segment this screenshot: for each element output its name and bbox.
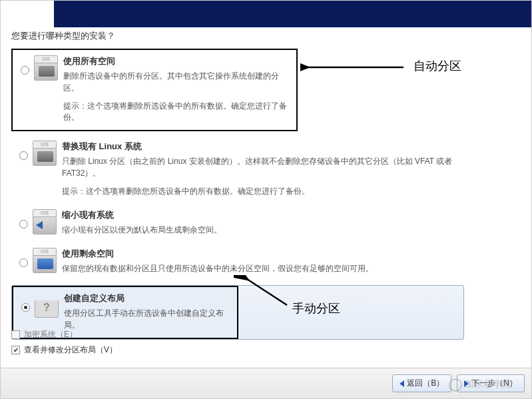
arrow-right-icon: [464, 380, 469, 387]
disk-icon: OS: [33, 141, 57, 167]
checkbox-icon[interactable]: ✔: [11, 346, 20, 354]
header-banner: [54, 1, 532, 27]
install-type-prompt: 您要进行哪种类型的安装？: [11, 30, 526, 42]
back-button-label: 返回（B）: [407, 378, 444, 389]
checkbox-icon[interactable]: [11, 330, 20, 339]
radio-shrink[interactable]: [19, 220, 28, 228]
disk-icon: OS: [33, 248, 57, 274]
arrow-auto-icon: [300, 59, 407, 79]
annotation-manual: 手动分区: [292, 300, 340, 316]
option-title: 缩小现有系统: [62, 209, 459, 221]
option-hint: 提示：这个选项将删除所选设备中的所有数据。确定您进行了备份。: [63, 101, 291, 123]
footer-bar: 返回（B） 下一步（N）: [1, 368, 531, 398]
option-shrink[interactable]: OS 缩小现有系统 缩小现有分区以便为默认布局生成剩余空间。: [11, 204, 464, 242]
option-desc: 只删除 Linux 分区（由之前的 Linux 安装创建的）。这样就不会删除您存…: [62, 155, 459, 179]
annotation-auto: 自动分区: [413, 58, 461, 74]
option-title: 使用所有空间: [63, 55, 291, 67]
checkbox-label: 加密系统（E）: [24, 329, 77, 340]
option-desc: 缩小现有分区以便为默认布局生成剩余空间。: [62, 224, 459, 236]
option-replace-linux[interactable]: OS 替换现有 Linux 系统 只删除 Linux 分区（由之前的 Linux…: [11, 135, 464, 204]
option-use-all-space[interactable]: OS 使用所有空间 删除所选设备中的所有分区。其中包含其它操作系统创建的分区。 …: [11, 49, 298, 131]
question-icon: [35, 292, 59, 319]
checkbox-label: 查看并修改分区布局（V）: [24, 344, 117, 356]
shrink-icon: OS: [33, 209, 57, 236]
checkbox-group: 加密系统（E） ✔ 查看并修改分区布局（V）: [11, 329, 117, 360]
radio-use-all-space[interactable]: [21, 66, 29, 75]
option-title: 替换现有 Linux 系统: [62, 141, 459, 153]
svg-line-1: [247, 279, 287, 305]
arrow-manual-icon: [234, 275, 300, 308]
option-desc: 使用分区工具手动在所选设备中创建自定义布局。: [64, 307, 232, 331]
radio-free-space[interactable]: [19, 258, 28, 267]
option-desc: 删除所选设备中的所有分区。其中包含其它操作系统创建的分区。: [63, 70, 291, 94]
back-button[interactable]: 返回（B）: [392, 374, 451, 392]
next-button-label: 下一步（N）: [471, 378, 517, 389]
disk-icon: OS: [34, 55, 58, 82]
radio-replace-linux[interactable]: [19, 151, 28, 160]
option-title: 创建自定义布局: [64, 292, 232, 304]
checkbox-review[interactable]: ✔ 查看并修改分区布局（V）: [11, 344, 117, 356]
option-hint: 提示：这个选项将删除您所选设备中的所有数据。确定您进行了备份。: [62, 186, 459, 197]
option-desc: 保留您的现有数据和分区且只使用所选设备中的未分区空间，假设您有足够的空间可用。: [62, 262, 459, 274]
next-button[interactable]: 下一步（N）: [457, 374, 525, 392]
radio-custom-layout[interactable]: [21, 303, 30, 312]
checkbox-encrypt[interactable]: 加密系统（E）: [11, 329, 117, 340]
arrow-left-icon: [399, 380, 404, 387]
option-title: 使用剩余空间: [62, 248, 459, 260]
